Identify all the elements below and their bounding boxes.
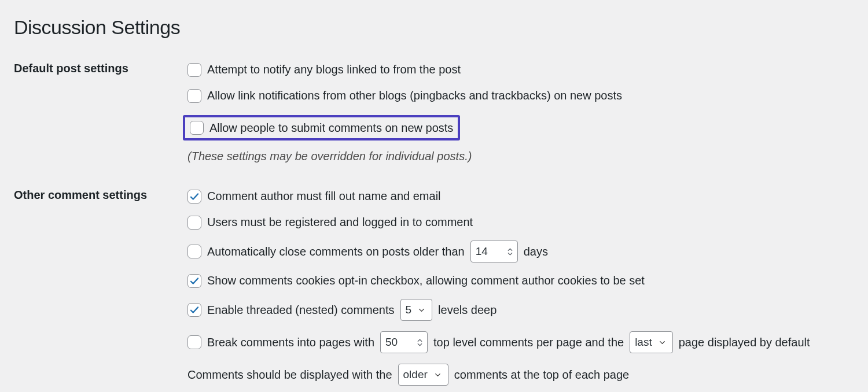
section-heading-default-post: Default post settings bbox=[14, 62, 187, 188]
checkbox-require-name-email[interactable] bbox=[187, 190, 201, 204]
label-auto-close-suffix: days bbox=[524, 244, 548, 260]
select-threaded-depth-value: 5 bbox=[406, 302, 412, 317]
label-paginate-mid: top level comments per page and the bbox=[433, 335, 624, 350]
select-default-page[interactable]: last bbox=[630, 331, 673, 353]
select-comment-order[interactable]: older bbox=[398, 364, 448, 386]
checkbox-allow-pingbacks[interactable] bbox=[187, 89, 201, 103]
highlight-allow-comments: Allow people to submit comments on new p… bbox=[183, 115, 460, 140]
label-threaded-suffix: levels deep bbox=[438, 302, 496, 318]
label-order-suffix: comments at the top of each page bbox=[454, 367, 629, 383]
label-paginate-prefix: Break comments into pages with bbox=[207, 335, 374, 350]
label-cookies-optin: Show comments cookies opt-in checkbox, a… bbox=[207, 273, 645, 289]
note-default-post: (These settings may be overridden for in… bbox=[187, 150, 854, 163]
select-threaded-depth[interactable]: 5 bbox=[400, 299, 433, 321]
label-threaded-prefix: Enable threaded (nested) comments bbox=[207, 302, 395, 318]
input-comments-per-page-value: 50 bbox=[385, 335, 398, 350]
chevron-down-icon bbox=[417, 306, 426, 315]
page-title: Discussion Settings bbox=[14, 16, 854, 39]
input-comments-per-page[interactable]: 50 bbox=[380, 331, 428, 353]
checkbox-allow-comments[interactable] bbox=[190, 121, 204, 135]
checkbox-cookies-optin[interactable] bbox=[187, 274, 201, 288]
label-allow-comments: Allow people to submit comments on new p… bbox=[209, 121, 453, 135]
checkbox-auto-close[interactable] bbox=[187, 245, 201, 258]
chevron-down-icon bbox=[658, 338, 667, 347]
label-notify-blogs: Attempt to notify any blogs linked to fr… bbox=[207, 62, 461, 77]
section-heading-other-comment: Other comment settings bbox=[14, 188, 187, 392]
input-auto-close-days-value: 14 bbox=[476, 244, 488, 259]
stepper-icon bbox=[507, 248, 513, 256]
select-comment-order-value: older bbox=[403, 367, 428, 382]
label-must-register: Users must be registered and logged in t… bbox=[207, 215, 473, 230]
label-auto-close-prefix: Automatically close comments on posts ol… bbox=[207, 244, 465, 260]
label-require-name-email: Comment author must fill out name and em… bbox=[207, 188, 441, 204]
checkbox-must-register[interactable] bbox=[187, 216, 201, 230]
label-order-prefix: Comments should be displayed with the bbox=[187, 367, 392, 383]
checkbox-notify-blogs[interactable] bbox=[187, 63, 201, 77]
stepper-icon bbox=[417, 339, 422, 346]
checkbox-threaded[interactable] bbox=[187, 303, 201, 317]
input-auto-close-days[interactable]: 14 bbox=[470, 241, 518, 262]
chevron-down-icon bbox=[433, 371, 442, 379]
label-allow-pingbacks: Allow link notifications from other blog… bbox=[207, 88, 622, 103]
label-paginate-suffix: page displayed by default bbox=[679, 335, 810, 350]
select-default-page-value: last bbox=[635, 335, 652, 350]
checkbox-paginate[interactable] bbox=[187, 335, 201, 349]
